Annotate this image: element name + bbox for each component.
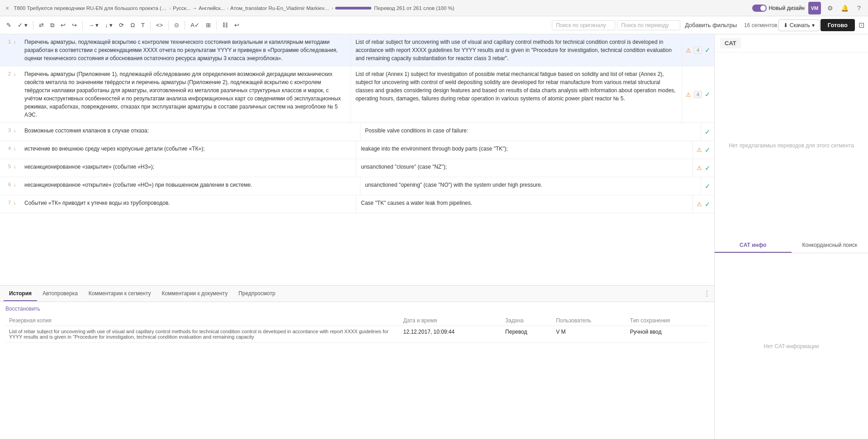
close-tab-icon[interactable]: × <box>4 4 11 13</box>
cat-label: CAT <box>720 38 741 48</box>
table-button[interactable]: ⊞ <box>203 20 213 30</box>
copy-button[interactable]: ⧉ <box>47 20 57 31</box>
seg-icons: ⚠ ✓ <box>693 159 714 177</box>
cat-no-info: Нет CAT-информации <box>715 253 868 439</box>
bottom-tabs: История Автопроверка Комментарии к сегме… <box>0 286 714 302</box>
tag-button[interactable]: ⟳ <box>116 20 127 30</box>
table-row[interactable]: 3 ↓ Возможные состояния клапанов в случа… <box>0 123 714 141</box>
undo-button[interactable]: ↩ <box>58 20 68 30</box>
link2-button[interactable]: ↩ <box>232 20 242 30</box>
task-text: Перевод <box>502 326 552 343</box>
seg-source[interactable]: Событие «ТК» приводит к утечке воды из т… <box>20 195 356 213</box>
tab-history[interactable]: История <box>4 287 37 301</box>
seg-source[interactable]: Возможные состояния клапанов в случае от… <box>20 123 360 141</box>
camera-button[interactable]: ⊙ <box>171 20 182 30</box>
tab-segment-comments[interactable]: Комментарии к сегменту <box>83 287 157 301</box>
progress-bar-wrap <box>335 7 371 9</box>
seg-target[interactable]: Case "TK" causes a water leak from pipel… <box>356 195 693 213</box>
seg-arrow-icon: ↓ <box>13 34 20 66</box>
user-text: V M <box>552 326 626 343</box>
search-translation-input[interactable] <box>617 20 680 30</box>
toolbar: ✎ ✓ ▾ ⇄ ⧉ ↩ ↪ → ▾ ↓ ▾ ⟳ Ω T <> ⊙ A✓ ⊞ ⛓ … <box>0 16 868 34</box>
progress-label: Перевод 261 от 261 слов (100 %) <box>374 5 454 11</box>
tab-doc-comments[interactable]: Комментарии к документу <box>157 287 233 301</box>
download-label: Скачать <box>790 22 810 28</box>
save-type-text: Ручной ввод <box>626 326 709 343</box>
seg-source[interactable]: несанкционированное «открытие» (событие … <box>20 177 360 195</box>
download-button[interactable]: ⬇ Скачать ▾ <box>778 19 820 31</box>
copy-source-button[interactable]: ⇄ <box>36 20 47 30</box>
progress-section: Перевод 261 от 261 слов (100 %) <box>335 5 454 11</box>
lang-pair: Русск... → Английск... <box>173 5 225 11</box>
table-row[interactable]: 2 ↓ Перечень арматуры (Приложение 1), по… <box>0 66 714 123</box>
check-icon: ✓ <box>705 200 711 208</box>
done-button[interactable]: Готово <box>821 19 855 31</box>
restore-link[interactable]: Восстановить <box>5 306 40 312</box>
left-area: 1 ↓ Перечень арматуры, подлежащей вскрыт… <box>0 34 714 439</box>
code-button[interactable]: <> <box>153 20 166 30</box>
seg-arrow-icon: ↓ <box>13 123 20 141</box>
table-row[interactable]: 5 ↓ несанкционированное «закрытие» (собы… <box>0 159 714 177</box>
warning-icon: ⚠ <box>686 47 691 54</box>
col-task: Задача <box>502 316 552 326</box>
seg-source[interactable]: Перечень арматуры (Приложение 1), подлеж… <box>20 66 351 123</box>
layout-icon[interactable]: ⊡ <box>859 21 864 29</box>
warning-icon: ⚠ <box>686 91 691 98</box>
seg-target[interactable]: Possible valve conditions in case of fai… <box>360 123 701 141</box>
move-down-button[interactable]: → ▾ <box>85 20 102 30</box>
tab-preview[interactable]: Предпросмотр <box>233 287 280 301</box>
seg-target[interactable]: unsanctioned "opening" (case "NO") with … <box>360 177 701 195</box>
seg-icons: ⚠ 4 ✓ <box>682 66 714 123</box>
table-row[interactable]: 1 ↓ Перечень арматуры, подлежащей вскрыт… <box>0 34 714 66</box>
top-bar-right: Новый дизайн VM ⚙ 🔔 ? <box>752 2 864 14</box>
seg-source[interactable]: несанкционированное «закрытие» (событие … <box>20 159 356 177</box>
warning-count-badge: 4 <box>694 91 702 98</box>
warning-icon: ⚠ <box>697 165 702 171</box>
search-original-input[interactable] <box>552 20 615 30</box>
edit-button[interactable]: ✎ <box>4 20 14 30</box>
add-filters-button[interactable]: Добавить фильтры <box>682 20 740 30</box>
seg-num: 7 <box>0 195 13 213</box>
help-icon[interactable]: ? <box>854 3 864 14</box>
seg-target[interactable]: unsanctioned "closure" (case "NZ"); <box>356 159 693 177</box>
seg-num: 5 <box>0 159 13 177</box>
table-row[interactable]: 4 ↓ истечение во внешнюю среду через кор… <box>0 141 714 159</box>
new-design-toggle-wrap: Новый дизайн <box>752 5 805 12</box>
omega-button[interactable]: Ω <box>128 20 138 30</box>
seg-target[interactable]: List of rebar (Annex 1) subject for inve… <box>351 66 682 123</box>
seg-source[interactable]: Перечень арматуры, подлежащей вскрытию с… <box>20 34 351 66</box>
tab-auto-check[interactable]: Автопроверка <box>37 287 83 301</box>
seg-num: 2 <box>0 66 13 123</box>
seg-target[interactable]: List of rebar subject for uncovering wit… <box>351 34 682 66</box>
redo-button[interactable]: ↪ <box>69 20 80 30</box>
seg-source[interactable]: истечение во внешнюю среду через корпусн… <box>20 141 356 159</box>
new-design-toggle[interactable] <box>752 5 767 12</box>
bottom-panel: История Автопроверка Комментарии к сегме… <box>0 285 714 439</box>
table-row[interactable]: 7 ↓ Событие «ТК» приводит к утечке воды … <box>0 195 714 213</box>
confirm-button[interactable]: ✓ ▾ <box>15 20 30 30</box>
cat-right-panel: CAT Нет предлагаемых переводов для этого… <box>714 34 868 439</box>
toolbar-sep-1 <box>33 21 33 30</box>
check-icon: ✓ <box>705 46 711 54</box>
notifications-icon[interactable]: 🔔 <box>839 3 850 14</box>
table-row[interactable]: 6 ↓ несанкционированное «открытие» (собы… <box>0 177 714 195</box>
tab-concordance[interactable]: Конкордансный поиск <box>792 238 868 253</box>
tab-cat-info[interactable]: CAT инфо <box>715 238 792 253</box>
arrow-down-button[interactable]: ↓ ▾ <box>102 20 115 30</box>
check-icon: ✓ <box>705 146 711 154</box>
search-area: Добавить фильтры <box>552 20 740 30</box>
settings-icon[interactable]: ⚙ <box>825 3 835 14</box>
check-icon: ✓ <box>705 128 711 136</box>
tab-title: T800 Требуются переводчики RU-EN для бол… <box>14 5 167 11</box>
breadcrumb: T800 Требуются переводчики RU-EN для бол… <box>14 5 749 11</box>
link-button[interactable]: ⛓ <box>219 20 231 30</box>
seg-target[interactable]: leakage into the environment through bod… <box>356 141 693 159</box>
table-row[interactable]: List of rebar subject for uncovering wit… <box>5 326 709 343</box>
main-container: 1 ↓ Перечень арматуры, подлежащей вскрыт… <box>0 34 868 439</box>
col-datetime: Дата и время <box>400 316 502 326</box>
spellcheck-button[interactable]: A✓ <box>188 20 202 30</box>
seg-icons: ✓ <box>701 123 714 141</box>
datetime-text: 12.12.2017, 10:09:44 <box>400 326 502 343</box>
format-button[interactable]: T <box>138 20 147 30</box>
more-options-icon[interactable]: ⋮ <box>703 289 711 298</box>
